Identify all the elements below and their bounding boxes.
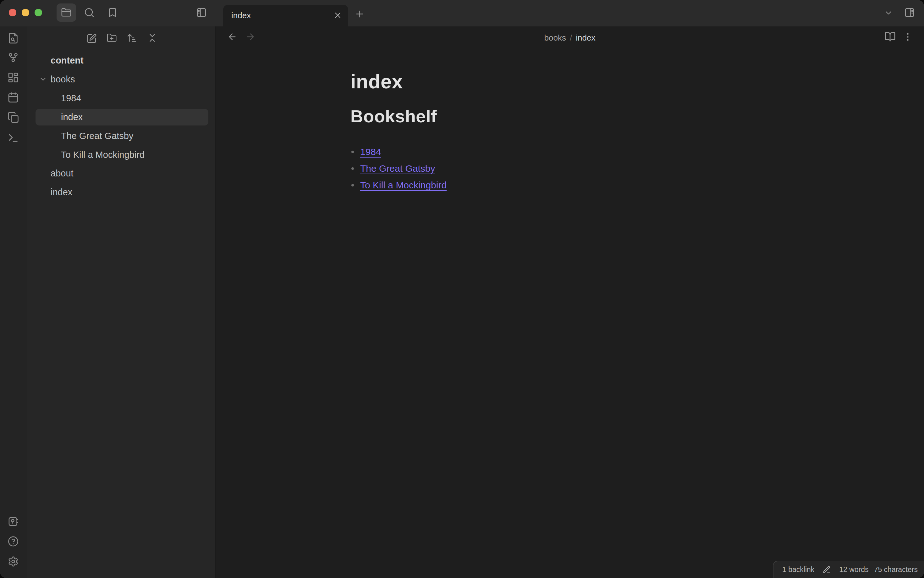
minimize-window-button[interactable]: [22, 9, 29, 16]
more-options-icon[interactable]: [903, 32, 913, 42]
window-controls: [9, 9, 42, 16]
new-note-icon[interactable]: [86, 33, 97, 44]
tab-list-dropdown-button[interactable]: [884, 8, 893, 18]
internal-link-the-great-gatsby[interactable]: The Great Gatsby: [360, 163, 435, 174]
search-icon: [84, 7, 95, 18]
file-label: index: [61, 112, 83, 122]
internal-link-to-kill-a-mockingbird[interactable]: To Kill a Mockingbird: [360, 180, 447, 190]
new-folder-icon[interactable]: [107, 33, 117, 43]
tab-title: index: [231, 5, 251, 26]
backlink-count[interactable]: 1 backlink: [782, 565, 814, 574]
settings-gear-icon[interactable]: [8, 556, 19, 567]
folder-icon: [61, 7, 72, 18]
edit-mode-pencil-icon[interactable]: [822, 565, 831, 574]
tree-file-the-great-gatsby[interactable]: The Great Gatsby: [26, 127, 215, 145]
status-bar: 1 backlink 12 words 75 characters: [773, 561, 924, 578]
file-label: The Great Gatsby: [61, 131, 134, 141]
file-label: index: [50, 187, 72, 198]
vault-title: content: [26, 51, 215, 70]
chevron-down-icon[interactable]: [39, 75, 47, 83]
copy-icon[interactable]: [8, 112, 19, 123]
internal-link-1984[interactable]: 1984: [360, 146, 381, 157]
tree-file-1984[interactable]: 1984: [26, 89, 215, 107]
tree-file-to-kill-a-mockingbird[interactable]: To Kill a Mockingbird: [26, 145, 215, 164]
file-label: 1984: [61, 93, 81, 104]
tab-index[interactable]: index: [223, 5, 348, 26]
terminal-icon[interactable]: [8, 132, 19, 144]
file-label: To Kill a Mockingbird: [61, 150, 144, 160]
note-inline-title: index: [350, 70, 403, 94]
editor-pane: books / index index Bookshelf 1984 The G…: [215, 26, 924, 578]
file-label: about: [50, 168, 74, 179]
ribbon: [0, 26, 26, 578]
view-header: books / index: [215, 26, 924, 49]
breadcrumb: books / index: [215, 26, 924, 49]
list-item: The Great Gatsby: [355, 160, 447, 177]
vault-switcher-icon[interactable]: [8, 516, 19, 527]
tree-folder-books[interactable]: books: [26, 70, 215, 89]
search-tool-button[interactable]: [84, 7, 95, 18]
breadcrumb-parent[interactable]: books: [544, 33, 566, 43]
new-tab-button[interactable]: [354, 9, 365, 19]
layout-dashboard-icon[interactable]: [8, 72, 19, 83]
file-explorer-sidebar: content books 1984 index The Great Gatsb…: [26, 26, 215, 578]
list-item: 1984: [355, 143, 447, 160]
bookmark-icon: [107, 7, 118, 18]
breadcrumb-separator: /: [570, 33, 572, 43]
list-item: To Kill a Mockingbird: [355, 177, 447, 193]
collapse-all-icon[interactable]: [147, 33, 157, 43]
titlebar: index: [0, 0, 924, 26]
close-window-button[interactable]: [9, 9, 16, 16]
panel-left-icon: [196, 7, 207, 18]
right-sidebar-toggle-button[interactable]: [904, 7, 915, 18]
graph-view-icon[interactable]: [8, 52, 19, 63]
chevron-down-icon: [884, 8, 893, 18]
panel-right-icon: [904, 7, 915, 18]
tree-file-index-selected[interactable]: index: [26, 107, 215, 127]
app-window: index: [0, 0, 924, 578]
file-search-icon[interactable]: [8, 32, 19, 44]
file-tree: content books 1984 index The Great Gatsb…: [26, 53, 215, 578]
tree-file-index-root[interactable]: index: [26, 183, 215, 201]
vault-name-label: content: [50, 55, 84, 66]
word-count: 12 words: [839, 565, 868, 574]
breadcrumb-current[interactable]: index: [576, 33, 595, 43]
bookmarks-tool-button[interactable]: [107, 7, 118, 18]
help-icon[interactable]: [8, 536, 19, 547]
files-tool-button[interactable]: [57, 3, 76, 22]
reading-mode-icon[interactable]: [884, 31, 896, 42]
left-sidebar-toggle-button[interactable]: [196, 7, 207, 18]
note-content: index Bookshelf 1984 The Great Gatsby To…: [215, 49, 924, 578]
calendar-icon[interactable]: [8, 92, 19, 104]
tab-close-icon[interactable]: [333, 11, 342, 20]
tree-file-about[interactable]: about: [26, 164, 215, 183]
note-heading: Bookshelf: [350, 106, 437, 127]
character-count: 75 characters: [874, 565, 918, 574]
note-link-list: 1984 The Great Gatsby To Kill a Mockingb…: [355, 143, 447, 193]
zoom-window-button[interactable]: [35, 9, 42, 16]
folder-label: books: [50, 74, 75, 84]
plus-icon: [354, 9, 365, 19]
sort-order-icon[interactable]: [127, 33, 137, 43]
